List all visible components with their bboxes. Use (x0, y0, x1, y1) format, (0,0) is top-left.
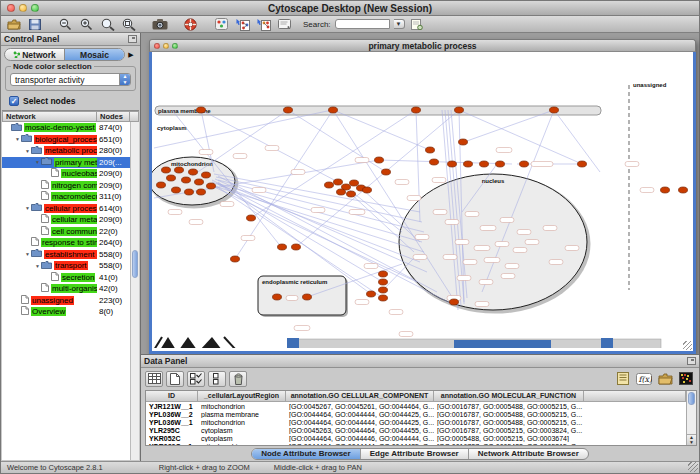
network-node-label-pill[interactable] (513, 248, 527, 253)
network-node[interactable] (450, 299, 459, 305)
attribute-table-icon[interactable] (145, 371, 163, 387)
network-node[interactable] (189, 169, 198, 175)
network-node-label-pill[interactable] (199, 150, 213, 155)
network-node[interactable] (379, 287, 388, 293)
disclosure-triangle-icon[interactable]: ▼ (34, 263, 41, 269)
network-node[interactable] (412, 107, 421, 113)
network-node-label-pill[interactable] (549, 260, 563, 265)
table-row[interactable]: YPL036W__1mitochondrion[GO:0044464, GO:0… (146, 418, 686, 426)
disclosure-triangle-icon[interactable]: ▼ (14, 136, 21, 142)
network-node[interactable] (367, 291, 376, 297)
table-header-cell[interactable]: _cellularLayoutRegion (198, 391, 286, 402)
network-node-label-pill[interactable] (463, 260, 477, 265)
select-nodes-checkbox[interactable]: ✓ (9, 96, 19, 106)
network-node-label-pill[interactable] (189, 220, 203, 225)
table-row[interactable]: YKR052Ccytoplasm[GO:0044464, GO:0044446,… (146, 434, 686, 442)
network-node[interactable] (247, 215, 256, 221)
network-node-label-pill[interactable] (543, 226, 557, 231)
network-node-label-pill[interactable] (413, 255, 427, 260)
network-node-label-pill[interactable] (311, 208, 325, 213)
network-node-label-pill[interactable] (294, 326, 310, 331)
network-node-label-pill[interactable] (479, 280, 493, 285)
import-table-icon[interactable] (255, 17, 272, 31)
tree-row-secretion[interactable]: secretion41(0) (2, 272, 130, 284)
table-row[interactable]: YJR121W__1mitochondrion[GO:0045267, GO:0… (146, 402, 686, 410)
attribute-list-icon[interactable] (614, 371, 632, 387)
vizmapper-icon[interactable] (213, 17, 230, 31)
network-node-label-pill[interactable] (640, 188, 654, 193)
network-node-label-pill[interactable] (407, 196, 421, 201)
tree-row-cell-communicat[interactable]: cell communicat22(0) (2, 226, 130, 238)
table-row[interactable]: YDR039C__1mitochondrion[GO:0044464, GO:0… (146, 442, 686, 445)
network-node[interactable] (182, 177, 191, 183)
disclosure-triangle-icon[interactable]: ▼ (24, 205, 31, 211)
network-node[interactable] (363, 187, 372, 193)
network-node[interactable] (278, 244, 287, 250)
table-header-cell[interactable]: ID (146, 391, 198, 402)
tab-mosaic[interactable]: Mosaic (64, 49, 124, 60)
tab-node-attribute-browser[interactable]: Node Attribute Browser (252, 449, 360, 459)
network-node[interactable] (334, 179, 343, 185)
delete-attribute-trash-icon[interactable] (229, 371, 247, 387)
network-node-label-pill[interactable] (495, 242, 509, 247)
network-node[interactable] (459, 139, 468, 145)
network-node[interactable] (455, 107, 464, 113)
network-node[interactable] (379, 295, 388, 301)
table-header-cell[interactable]: annotation.GO MOLECULAR_FUNCTION (434, 391, 584, 402)
tree-row-cellular-process[interactable]: ▼cellular process614(0) (2, 203, 130, 215)
network-node-label-pill[interactable] (364, 264, 378, 269)
network-node[interactable] (195, 179, 204, 185)
network-node-label-pill[interactable] (355, 158, 369, 163)
network-node[interactable] (157, 182, 166, 188)
tree-row-unassigned[interactable]: unassigned223(0) (2, 295, 130, 307)
table-row[interactable]: YLR295Ccytoplasm[GO:0045263, GO:0044464,… (146, 426, 686, 434)
network-node[interactable] (382, 169, 391, 175)
network-node-label-pill[interactable] (443, 255, 457, 260)
tree-row-metabolic-process[interactable]: ▼metabolic process280(0) (2, 145, 130, 157)
network-node[interactable] (202, 172, 211, 178)
network-node[interactable] (661, 187, 670, 193)
network-node[interactable] (375, 157, 384, 163)
disclosure-triangle-icon[interactable]: ▼ (24, 251, 31, 257)
network-node[interactable] (175, 167, 184, 173)
table-header-cell[interactable]: annotation.GO CELLULAR_COMPONENT (286, 391, 434, 402)
network-node[interactable] (337, 189, 346, 195)
tree-row-multi-organism-pro[interactable]: multi-organism pro42(0) (2, 283, 130, 295)
network-node-label-pill[interactable] (349, 210, 365, 215)
network-node[interactable] (578, 161, 587, 167)
network-node-label-pill[interactable] (505, 264, 519, 269)
search-input[interactable] (335, 19, 390, 29)
network-node-label-pill[interactable] (501, 274, 515, 279)
tree-row-response-to-stimulu[interactable]: response to stimulu264(0) (2, 237, 130, 249)
zoom-in-icon[interactable] (78, 17, 95, 31)
search-dropdown-button[interactable]: ▼ (394, 19, 405, 29)
network-node-label-pill[interactable] (457, 276, 471, 281)
network-node-label-pill[interactable] (395, 180, 409, 185)
snapshot-camera-icon[interactable] (151, 17, 168, 31)
network-node-label-pill[interactable] (432, 178, 446, 183)
tree-row-nitrogen-compo[interactable]: nitrogen compo209(0) (2, 180, 130, 192)
network-node-label-pill[interactable] (265, 146, 279, 151)
network-node-label-pill[interactable] (500, 218, 514, 223)
search-config-icon[interactable] (409, 17, 426, 31)
network-node[interactable] (329, 107, 338, 113)
heatmap-matrix-icon[interactable] (677, 371, 695, 387)
network-node[interactable] (379, 271, 388, 277)
network-node[interactable] (273, 294, 282, 300)
network-node[interactable] (520, 161, 529, 167)
network-node-label-pill[interactable] (625, 162, 639, 167)
tree-column-nodes[interactable]: Nodes (97, 111, 130, 122)
network-node-label-pill[interactable] (220, 202, 234, 207)
annotation-icon[interactable] (276, 17, 293, 31)
zoom-out-icon[interactable] (57, 17, 74, 31)
tree-row-primary-metab[interactable]: ▼primary metab209(... (2, 157, 130, 169)
float-panel-icon[interactable] (128, 35, 137, 43)
network-canvas[interactable]: plasma membranecytoplasmmitochondrionnuc… (149, 52, 696, 354)
select-attributes-icon[interactable] (187, 371, 205, 387)
tab-network[interactable]: Network (5, 49, 64, 60)
network-node[interactable] (464, 161, 473, 167)
network-node-label-pill[interactable] (445, 220, 459, 225)
network-node-label-pill[interactable] (465, 212, 479, 217)
network-node[interactable] (167, 175, 176, 181)
tree-row-cellular-metabo[interactable]: cellular metabo209(0) (2, 214, 130, 226)
